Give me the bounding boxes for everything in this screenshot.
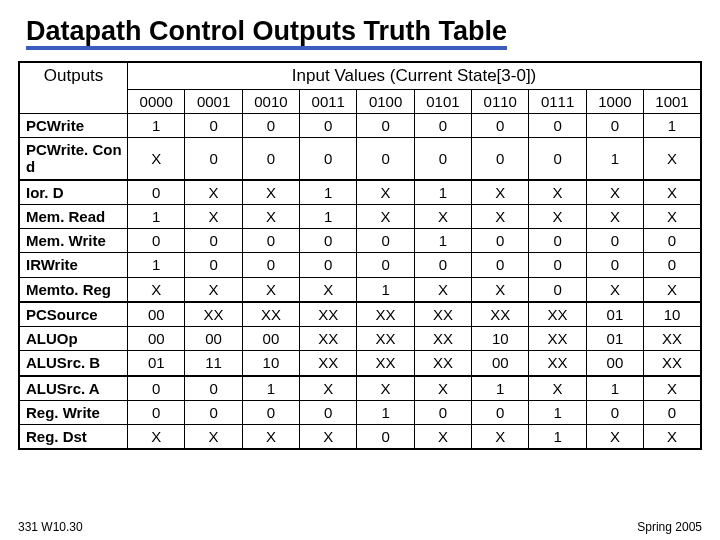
cell: 0 (185, 138, 242, 180)
table-head: Outputs Input Values (Current State[3-0]… (19, 62, 701, 113)
cell: 01 (586, 327, 643, 351)
cell: XX (414, 302, 471, 327)
cell: XX (414, 327, 471, 351)
footer-left: 331 W10.30 (18, 520, 83, 534)
row-label: IRWrite (19, 253, 128, 277)
cell: X (414, 425, 471, 450)
cell: X (644, 277, 701, 302)
cell: 0 (586, 253, 643, 277)
cell: 0 (529, 253, 586, 277)
cell: 0 (414, 138, 471, 180)
cell: 0 (242, 400, 299, 424)
col-0110: 0110 (472, 89, 529, 113)
row-label: Memto. Reg (19, 277, 128, 302)
cell: XX (300, 327, 357, 351)
cell: 0 (357, 138, 414, 180)
truth-table: Outputs Input Values (Current State[3-0]… (18, 61, 702, 450)
cell: X (644, 138, 701, 180)
cell: XX (242, 302, 299, 327)
cell: 0 (644, 229, 701, 253)
col-0001: 0001 (185, 89, 242, 113)
cell: XX (644, 351, 701, 376)
table-row: PCWrite. Con dX00000001X (19, 138, 701, 180)
cell: X (128, 138, 185, 180)
cell: 0 (357, 425, 414, 450)
cell: X (185, 180, 242, 205)
cell: 1 (242, 376, 299, 401)
page-title: Datapath Control Outputs Truth Table (26, 16, 702, 47)
table-row: PCWrite1000000001 (19, 113, 701, 137)
cell: X (300, 425, 357, 450)
cell: 0 (185, 253, 242, 277)
cell: X (529, 180, 586, 205)
table-row: Mem. Read1XX1XXXXXX (19, 204, 701, 228)
cell: 0 (128, 376, 185, 401)
cell: 0 (300, 113, 357, 137)
cell: 0 (242, 229, 299, 253)
cell: 01 (128, 351, 185, 376)
cell: XX (300, 351, 357, 376)
cell: 0 (128, 400, 185, 424)
cell: 1 (300, 204, 357, 228)
cell: 0 (472, 400, 529, 424)
row-label: ALUSrc. B (19, 351, 128, 376)
row-label: Reg. Dst (19, 425, 128, 450)
cell: X (242, 180, 299, 205)
cell: 0 (472, 253, 529, 277)
cell: XX (472, 302, 529, 327)
col-0100: 0100 (357, 89, 414, 113)
cell: 00 (185, 327, 242, 351)
cell: 01 (586, 302, 643, 327)
cell: XX (357, 302, 414, 327)
cell: X (242, 204, 299, 228)
cell: X (242, 425, 299, 450)
input-values-header: Input Values (Current State[3-0]) (128, 62, 701, 89)
table-row: Ior. D0XX1X1XXXX (19, 180, 701, 205)
cell: 11 (185, 351, 242, 376)
cell: 1 (357, 277, 414, 302)
cell: X (414, 204, 471, 228)
cell: 0 (300, 229, 357, 253)
cell: 1 (128, 204, 185, 228)
cell: XX (300, 302, 357, 327)
cell: 0 (414, 400, 471, 424)
col-0111: 0111 (529, 89, 586, 113)
cell: XX (529, 327, 586, 351)
cell: XX (357, 327, 414, 351)
cell: 0 (357, 113, 414, 137)
cell: 1 (586, 376, 643, 401)
cell: X (414, 376, 471, 401)
cell: 00 (242, 327, 299, 351)
cell: X (300, 277, 357, 302)
cell: X (357, 204, 414, 228)
cell: X (357, 376, 414, 401)
cell: XX (185, 302, 242, 327)
cell: 0 (586, 113, 643, 137)
cell: 1 (414, 180, 471, 205)
row-label: PCWrite. Con d (19, 138, 128, 180)
cell: XX (357, 351, 414, 376)
cell: 0 (357, 229, 414, 253)
cell: X (586, 180, 643, 205)
cell: X (529, 204, 586, 228)
cell: 0 (472, 138, 529, 180)
cell: 10 (242, 351, 299, 376)
cell: X (644, 376, 701, 401)
row-label: Reg. Write (19, 400, 128, 424)
cell: X (472, 180, 529, 205)
cell: 0 (300, 400, 357, 424)
cell: X (472, 277, 529, 302)
cell: X (586, 425, 643, 450)
cell: X (185, 277, 242, 302)
cell: 00 (586, 351, 643, 376)
cell: 00 (128, 302, 185, 327)
cell: X (128, 277, 185, 302)
table-row: Mem. Write0000010000 (19, 229, 701, 253)
cell: X (472, 425, 529, 450)
cell: XX (414, 351, 471, 376)
cell: 1 (644, 113, 701, 137)
footer-right: Spring 2005 (637, 520, 702, 534)
row-label: PCSource (19, 302, 128, 327)
cell: X (185, 204, 242, 228)
table-row: ALUSrc. A001XXX1X1X (19, 376, 701, 401)
